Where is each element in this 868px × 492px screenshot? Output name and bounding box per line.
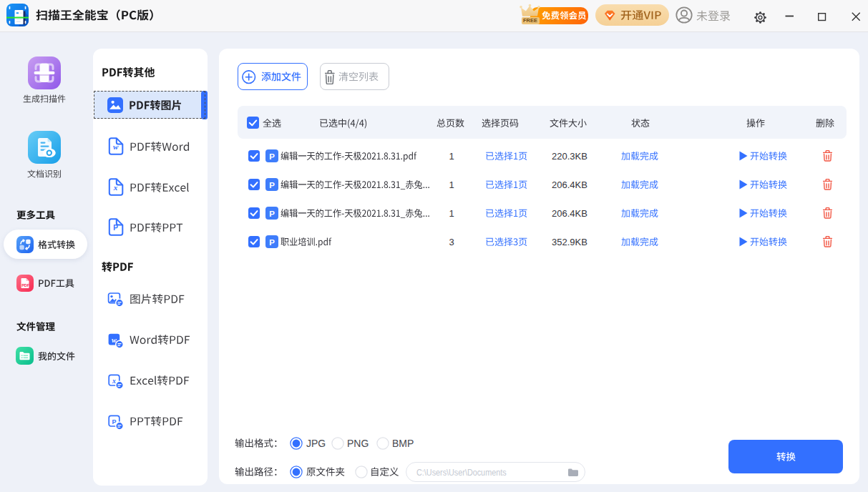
svg-text:P: P xyxy=(269,237,275,246)
svg-text:P: P xyxy=(269,180,275,189)
svg-text:P: P xyxy=(113,224,118,232)
svg-text:P: P xyxy=(269,152,275,160)
svg-text:w: w xyxy=(112,142,118,151)
svg-text:P: P xyxy=(269,209,275,217)
svg-text:x: x xyxy=(112,183,117,192)
svg-text:PDF: PDF xyxy=(21,283,30,287)
svg-text:x: x xyxy=(112,377,116,385)
